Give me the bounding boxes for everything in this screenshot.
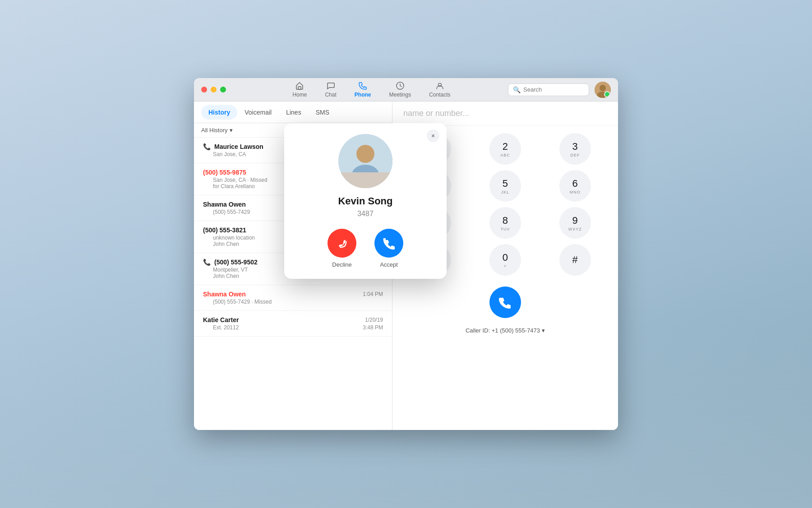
window-controls <box>201 87 226 92</box>
chevron-down-icon: ▾ <box>230 127 233 134</box>
call-button-row <box>392 283 618 323</box>
caller-photo <box>338 134 392 188</box>
accept-action: Accept <box>374 229 403 268</box>
incoming-call-overlay: × Kevin Song 3487 <box>284 123 447 279</box>
dialkey-2[interactable]: 2 ABC <box>489 133 521 165</box>
search-icon: 🔍 <box>513 86 521 93</box>
meetings-icon <box>396 81 405 90</box>
dialpad-search-input[interactable] <box>403 109 607 118</box>
tab-meetings-label: Meetings <box>389 92 411 98</box>
chevron-down-icon: ▾ <box>542 327 545 334</box>
avatar[interactable] <box>595 82 611 98</box>
tab-chat-label: Chat <box>325 92 336 98</box>
dialkey-3[interactable]: 3 DEF <box>559 133 591 165</box>
app-window: Home Chat Phone <box>194 78 618 430</box>
dialkey-9[interactable]: 9 WXYZ <box>559 207 591 239</box>
phone-icon <box>358 81 367 90</box>
dial-call-button[interactable] <box>489 286 521 318</box>
tab-chat[interactable]: Chat <box>325 81 336 98</box>
decline-button[interactable] <box>328 229 356 258</box>
list-item[interactable]: Katie Carter 1/20/19 Ext. 20112 3:48 PM <box>194 311 392 337</box>
dialpad-search-area <box>392 102 618 126</box>
subtab-voicemail[interactable]: Voicemail <box>237 105 279 120</box>
subtab-history[interactable]: History <box>201 105 237 120</box>
filter-button[interactable]: All History ▾ <box>201 127 233 134</box>
maximize-button[interactable] <box>220 87 226 92</box>
search-bar[interactable]: 🔍 <box>508 83 589 96</box>
search-input[interactable] <box>523 86 584 93</box>
tab-phone[interactable]: Phone <box>355 81 371 98</box>
tab-contacts[interactable]: Contacts <box>429 81 450 98</box>
tab-contacts-label: Contacts <box>429 92 450 98</box>
tab-meetings[interactable]: Meetings <box>389 81 411 98</box>
svg-rect-9 <box>338 172 392 188</box>
accept-label: Accept <box>380 261 398 268</box>
call-actions: Decline Accept <box>328 229 403 268</box>
tab-home[interactable]: Home <box>292 81 307 98</box>
incoming-caller-ext: 3487 <box>357 210 374 218</box>
dialkey-0[interactable]: 0 + <box>489 244 521 276</box>
tab-home-label: Home <box>292 92 307 98</box>
accept-button[interactable] <box>374 229 403 258</box>
tab-phone-label: Phone <box>355 92 371 98</box>
decline-action: Decline <box>328 229 356 268</box>
dialkey-6[interactable]: 6 MNO <box>559 170 591 202</box>
svg-point-7 <box>356 145 374 163</box>
svg-rect-0 <box>298 87 301 89</box>
dialkey-5[interactable]: 5 JKL <box>489 170 521 202</box>
decline-label: Decline <box>332 261 351 268</box>
subtab-lines[interactable]: Lines <box>279 105 308 120</box>
chat-icon <box>326 81 335 90</box>
phone-call-icon: 📞 <box>203 143 211 150</box>
overlay-close-button[interactable]: × <box>427 129 439 142</box>
phone-call-icon: 📞 <box>203 259 211 266</box>
nav-tabs: Home Chat Phone <box>235 81 508 98</box>
contacts-icon <box>435 81 444 90</box>
home-icon <box>295 81 304 90</box>
incoming-caller-name: Kevin Song <box>338 195 392 207</box>
caller-id-bar[interactable]: Caller ID: +1 (500) 555-7473 ▾ <box>455 323 556 337</box>
svg-point-4 <box>600 85 606 91</box>
subtab-sms[interactable]: SMS <box>309 105 337 120</box>
dialkey-8[interactable]: 8 TUV <box>489 207 521 239</box>
minimize-button[interactable] <box>211 87 217 92</box>
sub-tabs: History Voicemail Lines SMS <box>194 102 392 123</box>
close-button[interactable] <box>201 87 207 92</box>
dialkey-hash[interactable]: # <box>559 244 591 276</box>
list-item[interactable]: Shawna Owen 1:04 PM (500) 555-7429 · Mis… <box>194 285 392 311</box>
title-bar: Home Chat Phone <box>194 78 618 102</box>
